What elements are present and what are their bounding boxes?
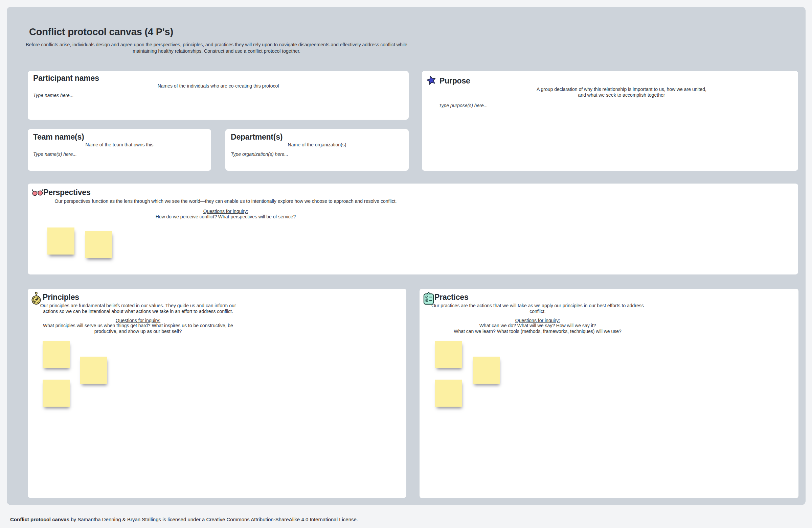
- participant-names-description: Names of the individuals who are co-crea…: [28, 83, 409, 89]
- sticky-note[interactable]: [43, 380, 70, 407]
- panel-participant-names: Participant names Names of the individua…: [28, 71, 409, 120]
- practices-questions-line1: What can we do? What will we say? How wi…: [426, 323, 650, 329]
- whiteboard-canvas: Conflict protocol canvas (4 P's) Before …: [7, 7, 806, 505]
- sticky-note[interactable]: [473, 357, 500, 384]
- principles-questions: What principles will serve us when thing…: [34, 323, 242, 334]
- perspectives-questions-label: Questions for inquiry:: [31, 209, 420, 214]
- sticky-note[interactable]: [80, 357, 107, 384]
- purpose-description: A group declaration of why this relation…: [452, 87, 791, 98]
- practices-description: Our practices are the actions that we wi…: [426, 303, 650, 314]
- principles-description: Our principles are fundamental beliefs r…: [34, 303, 242, 314]
- sticky-note[interactable]: [435, 341, 462, 368]
- panel-departments: Department(s) Name of the organization(s…: [225, 129, 409, 171]
- participant-names-heading: Participant names: [33, 74, 99, 83]
- participant-names-placeholder[interactable]: Type names here...: [33, 93, 74, 98]
- panel-purpose: Purpose A group declaration of why this …: [422, 71, 798, 171]
- license-work-title: Conflict protocol canvas: [10, 516, 69, 522]
- departments-heading: Department(s): [231, 133, 282, 142]
- panel-principles: Principles Our principles are fundamenta…: [28, 289, 406, 498]
- perspectives-questions: How do we perceive conflict? What perspe…: [31, 214, 420, 220]
- sticky-note[interactable]: [47, 227, 74, 255]
- team-names-description: Name of the team that owns this: [28, 142, 211, 148]
- practices-questions-line2: What can we learn? What tools (methods, …: [426, 329, 650, 334]
- practices-heading: Practices: [434, 293, 468, 302]
- page-title: Conflict protocol canvas (4 P's): [29, 26, 173, 37]
- panel-practices: Practices Our practices are the actions …: [420, 289, 798, 498]
- purpose-placeholder[interactable]: Type purpose(s) here...: [439, 103, 488, 108]
- conflict-protocol-canvas-page: Conflict protocol canvas (4 P's) Before …: [0, 0, 812, 528]
- departments-placeholder[interactable]: Type organization(s) here...: [231, 151, 288, 157]
- purpose-heading: Purpose: [439, 76, 470, 86]
- perspectives-description: Our perspectives function as the lens th…: [31, 198, 420, 204]
- license-attribution: Conflict protocol canvas by Samantha Den…: [10, 516, 358, 522]
- sticky-note[interactable]: [43, 341, 70, 368]
- perspectives-heading: Perspectives: [43, 188, 91, 197]
- star-icon: [426, 75, 437, 86]
- panel-perspectives: Perspectives Our perspectives function a…: [28, 183, 798, 274]
- team-names-heading: Team name(s): [33, 133, 84, 142]
- team-names-placeholder[interactable]: Type name(s) here...: [33, 151, 77, 157]
- license-text: by Samantha Denning & Bryan Stallings is…: [69, 516, 358, 522]
- principles-heading: Principles: [43, 293, 79, 302]
- sticky-note[interactable]: [435, 380, 462, 407]
- page-subtitle: Before conflicts arise, individuals desi…: [20, 42, 413, 55]
- panel-team-names: Team name(s) Name of the team that owns …: [28, 129, 211, 171]
- glasses-icon: [31, 188, 44, 197]
- sticky-note[interactable]: [85, 231, 112, 258]
- departments-description: Name of the organization(s): [225, 142, 409, 148]
